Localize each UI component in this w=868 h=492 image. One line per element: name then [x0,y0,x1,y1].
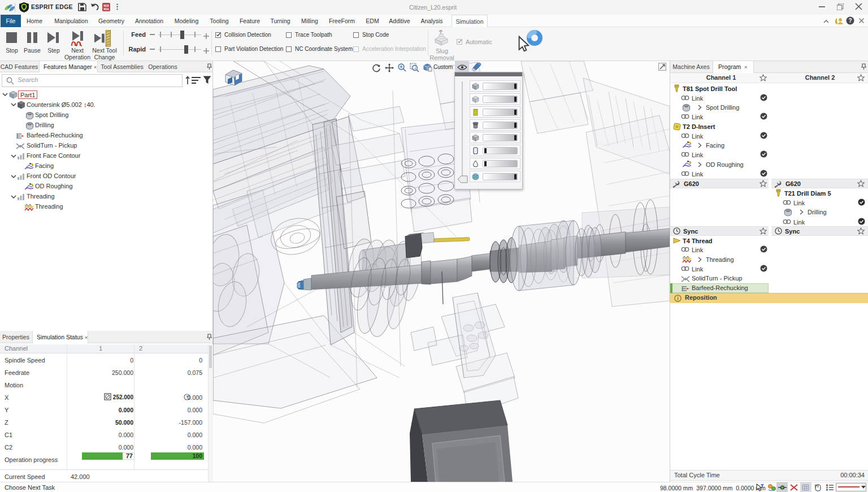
svg-text:?: ? [848,18,852,24]
svg-text:N18: N18 [103,4,108,7]
svg-text:N19: N19 [103,7,108,11]
svg-text:?: ? [814,484,817,489]
